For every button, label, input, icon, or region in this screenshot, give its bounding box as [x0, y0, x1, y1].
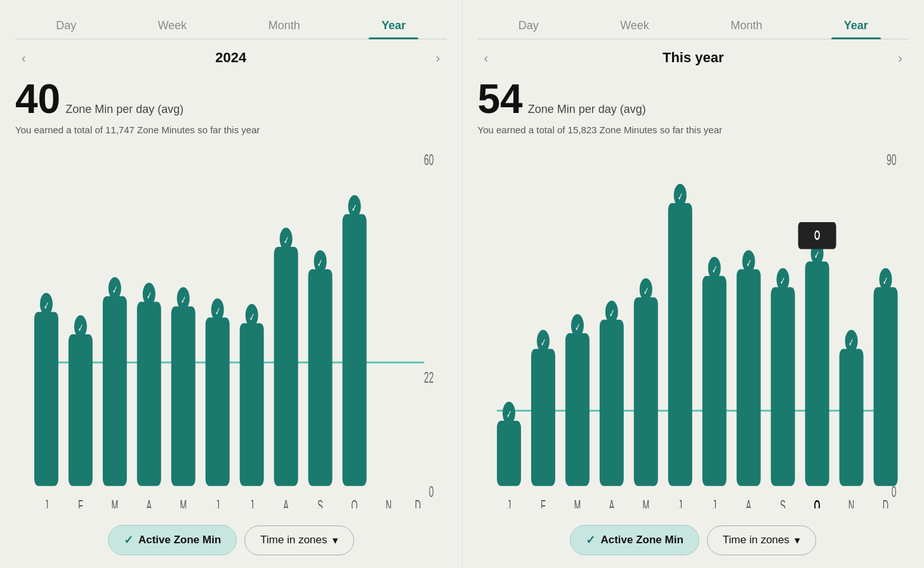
svg-text:O: O: [814, 498, 820, 508]
svg-rect-10: [103, 296, 127, 486]
svg-text:✓: ✓: [215, 305, 220, 318]
left-stats-main: 40 Zone Min per day (avg): [15, 79, 447, 119]
right-stats-desc: You earned a total of 15,823 Zone Minute…: [478, 123, 909, 136]
right-check-icon: ✓: [586, 533, 595, 547]
svg-text:F: F: [78, 498, 83, 508]
right-chart-svg: 90 20 0 ✓ ✓ ✓ ✓ ✓: [478, 149, 909, 508]
right-dropdown-icon: ▾: [795, 534, 800, 547]
svg-text:O: O: [352, 498, 358, 508]
right-tab-month[interactable]: Month: [718, 13, 775, 39]
svg-text:J: J: [712, 498, 716, 508]
svg-text:✓: ✓: [181, 294, 186, 307]
right-year-label: This year: [663, 50, 724, 66]
svg-rect-82: [839, 349, 863, 486]
left-stats-desc: You earned a total of 11,747 Zone Minute…: [15, 123, 447, 136]
left-time-zones-button[interactable]: Time in zones ▾: [244, 525, 353, 555]
svg-text:✓: ✓: [643, 285, 648, 298]
left-tab-day[interactable]: Day: [43, 13, 89, 39]
svg-text:✓: ✓: [780, 275, 785, 287]
svg-text:J: J: [44, 498, 48, 508]
svg-text:✓: ✓: [677, 190, 682, 203]
right-prev-arrow[interactable]: ‹: [484, 51, 489, 65]
left-bottom-buttons: ✓ Active Zone Min Time in zones ▾: [15, 518, 447, 555]
svg-rect-56: [565, 333, 589, 486]
svg-text:✓: ✓: [609, 307, 614, 320]
svg-text:N: N: [848, 498, 854, 508]
right-stats-number: 54: [478, 79, 523, 119]
svg-rect-7: [69, 334, 93, 486]
svg-text:J: J: [249, 498, 253, 508]
svg-text:M: M: [180, 498, 187, 508]
svg-text:N: N: [386, 498, 392, 508]
svg-text:S: S: [317, 498, 323, 508]
left-chart-area: 60 22 0 ✓ ✓ ✓ ✓: [15, 149, 447, 508]
left-tab-week[interactable]: Week: [145, 13, 200, 39]
right-tabs: Day Week Month Year: [478, 13, 909, 39]
svg-text:✓: ✓: [147, 289, 152, 302]
svg-text:A: A: [609, 498, 614, 508]
svg-rect-85: [873, 287, 897, 486]
right-year-nav: ‹ This year ›: [478, 50, 909, 66]
left-stats-unit: Zone Min per day (avg): [65, 103, 183, 116]
svg-text:D: D: [415, 498, 421, 508]
svg-rect-53: [531, 349, 555, 486]
right-time-zones-button[interactable]: Time in zones ▾: [707, 525, 816, 555]
svg-rect-13: [137, 302, 161, 486]
svg-text:✓: ✓: [848, 336, 854, 349]
svg-text:✓: ✓: [112, 284, 117, 296]
right-panel: Day Week Month Year ‹ This year › 54 Zon…: [462, 0, 925, 568]
svg-text:✓: ✓: [317, 257, 322, 270]
svg-text:J: J: [216, 498, 220, 508]
left-stats-number: 40: [15, 79, 60, 119]
left-panel: Day Week Month Year ‹ 2024 › 40 Zone Min…: [0, 0, 462, 568]
left-tab-month[interactable]: Month: [256, 13, 313, 39]
svg-rect-68: [702, 276, 726, 486]
svg-rect-4: [34, 312, 58, 485]
svg-text:M: M: [111, 498, 118, 508]
svg-text:F: F: [540, 498, 545, 508]
svg-rect-25: [274, 247, 298, 486]
left-check-icon: ✓: [124, 533, 133, 547]
svg-text:D: D: [882, 498, 888, 508]
right-tab-week[interactable]: Week: [607, 13, 662, 39]
svg-text:✓: ✓: [746, 257, 751, 270]
svg-rect-19: [206, 317, 230, 485]
left-prev-arrow[interactable]: ‹: [22, 51, 26, 65]
svg-rect-50: [496, 421, 520, 486]
svg-text:✓: ✓: [78, 322, 83, 334]
left-year-label: 2024: [215, 50, 246, 66]
svg-text:0: 0: [429, 483, 434, 500]
svg-text:90: 90: [886, 151, 896, 168]
svg-text:✓: ✓: [44, 300, 49, 312]
svg-text:M: M: [642, 498, 649, 508]
left-tabs: Day Week Month Year: [15, 13, 447, 39]
left-active-zone-button[interactable]: ✓ Active Zone Min: [108, 525, 237, 555]
left-next-arrow[interactable]: ›: [436, 51, 440, 65]
right-active-zone-button[interactable]: ✓ Active Zone Min: [570, 525, 699, 555]
right-stats-unit: Zone Min per day (avg): [528, 103, 646, 116]
svg-text:M: M: [574, 498, 581, 508]
svg-rect-31: [343, 215, 367, 486]
svg-text:A: A: [283, 498, 289, 508]
right-tab-year[interactable]: Year: [831, 13, 881, 39]
svg-text:✓: ✓: [249, 311, 254, 324]
right-stats-main: 54 Zone Min per day (avg): [478, 79, 909, 119]
svg-rect-59: [599, 320, 623, 486]
svg-rect-22: [240, 323, 264, 485]
svg-text:A: A: [746, 498, 751, 508]
left-dropdown-icon: ▾: [333, 534, 338, 547]
svg-text:J: J: [678, 498, 682, 508]
right-chart-area: 90 20 0 ✓ ✓ ✓ ✓ ✓: [478, 149, 909, 508]
left-tab-year[interactable]: Year: [369, 13, 418, 39]
svg-text:✓: ✓: [883, 275, 888, 287]
right-next-arrow[interactable]: ›: [898, 51, 902, 65]
left-chart-svg: 60 22 0 ✓ ✓ ✓ ✓: [15, 149, 447, 508]
svg-text:✓: ✓: [540, 336, 545, 349]
svg-text:O: O: [814, 228, 819, 244]
svg-rect-74: [770, 287, 795, 486]
svg-rect-65: [668, 203, 692, 486]
right-tab-day[interactable]: Day: [506, 13, 551, 39]
svg-text:✓: ✓: [284, 234, 289, 247]
svg-rect-62: [633, 297, 657, 485]
svg-text:✓: ✓: [711, 263, 716, 276]
